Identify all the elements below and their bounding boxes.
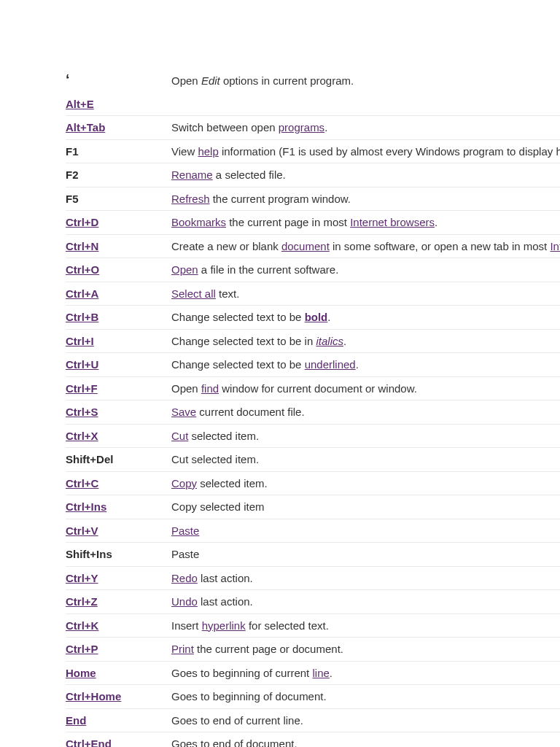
- shortcut-key: Shift+Ins: [66, 543, 171, 567]
- inline-link[interactable]: hyperlink: [202, 619, 246, 632]
- shortcut-link[interactable]: Ctrl+B: [66, 311, 98, 323]
- shortcut-link[interactable]: End: [66, 714, 86, 727]
- table-row: Ctrl+DBookmarks the current page in most…: [66, 211, 560, 235]
- shortcut-key: Ctrl+K: [66, 614, 171, 638]
- table-row: Ctrl+YRedo last action.: [66, 566, 560, 590]
- shortcut-link[interactable]: Ctrl+S: [66, 406, 98, 418]
- inline-link[interactable]: Cut: [171, 430, 188, 442]
- shortcut-link[interactable]: Ctrl+Z: [66, 595, 98, 608]
- inline-link[interactable]: Redo: [171, 572, 198, 584]
- description-cell: Goes to end of current line.: [171, 708, 560, 732]
- inline-link[interactable]: programs: [279, 121, 324, 133]
- shortcut-link[interactable]: Ctrl+A: [66, 287, 98, 300]
- description-cell: Goes to beginning of document.: [171, 685, 560, 709]
- description-cell: Paste: [171, 519, 560, 543]
- inline-link[interactable]: document: [281, 240, 330, 252]
- inline-link[interactable]: find: [201, 382, 219, 395]
- table-row: Shift+InsPaste: [66, 543, 560, 567]
- shortcut-key: Home: [66, 661, 171, 685]
- table-row: Ctrl+SSave current document file.: [66, 400, 560, 425]
- inline-link[interactable]: Copy: [171, 477, 197, 489]
- shortcut-link[interactable]: Ctrl+D: [66, 216, 98, 228]
- description-cell: Change selected text to be bold.: [171, 306, 560, 330]
- shortcut-link[interactable]: Ctrl+X: [66, 430, 98, 442]
- shortcut-link[interactable]: Home: [66, 667, 96, 679]
- shortcut-link[interactable]: Ctrl+N: [66, 240, 98, 252]
- inline-link[interactable]: underlined: [305, 358, 356, 371]
- shortcut-key: Ctrl+V: [66, 519, 171, 543]
- shortcut-key: Ctrl+O: [66, 258, 171, 282]
- shortcut-key: Shift+Del: [66, 448, 171, 472]
- inline-link[interactable]: italics: [316, 335, 343, 347]
- table-row: F1View help information (F1 is used by a…: [66, 139, 560, 163]
- inline-link[interactable]: Bookmarks: [171, 216, 226, 228]
- table-row: Ctrl+IChange selected text to be in ital…: [66, 329, 560, 353]
- table-row: Ctrl+ASelect all text.: [66, 282, 560, 306]
- shortcut-key: Alt+E: [66, 93, 171, 116]
- shortcut-link[interactable]: Ctrl+Y: [66, 572, 98, 584]
- table-row: Ctrl+PPrint the current page or document…: [66, 638, 560, 662]
- table-row: HomeGoes to beginning of current line.: [66, 661, 560, 685]
- shortcut-link[interactable]: Ctrl+I: [66, 335, 94, 347]
- inline-link[interactable]: help: [198, 145, 218, 158]
- table-row: Alt+E: [66, 93, 560, 116]
- description-cell: Rename a selected file.: [171, 163, 560, 187]
- shortcut-key: Alt+Tab: [66, 116, 171, 140]
- inline-link[interactable]: Print: [171, 643, 194, 655]
- description-cell: Redo last action.: [171, 566, 560, 590]
- description-cell: Copy selected item: [171, 495, 560, 519]
- inline-link[interactable]: line: [312, 667, 329, 679]
- shortcut-link[interactable]: Ctrl+V: [66, 525, 98, 537]
- shortcut-key: F1: [66, 139, 171, 163]
- shortcut-link[interactable]: Ctrl+O: [66, 263, 99, 276]
- description-cell: Create a new or blank document in some s…: [171, 234, 560, 258]
- table-row: F2Rename a selected file.: [66, 163, 560, 187]
- description-cell: Goes to beginning of current line.: [171, 661, 560, 685]
- table-row: Ctrl+KInsert hyperlink for selected text…: [66, 614, 560, 638]
- table-row: Ctrl+XCut selected item.: [66, 424, 560, 448]
- shortcut-link[interactable]: Ctrl+Ins: [66, 500, 106, 513]
- shortcut-key: Ctrl+Home: [66, 685, 171, 709]
- shortcut-link[interactable]: Ctrl+U: [66, 358, 98, 371]
- shortcut-link[interactable]: Ctrl+End: [66, 738, 112, 747]
- inline-link[interactable]: Undo: [171, 595, 198, 608]
- shortcut-key: Ctrl+B: [66, 306, 171, 330]
- shortcut-link[interactable]: Alt+E: [66, 98, 94, 110]
- table-row: EndGoes to end of current line.: [66, 708, 560, 732]
- inline-link[interactable]: Select all: [171, 287, 216, 300]
- shortcut-link[interactable]: Alt+Tab: [66, 121, 105, 133]
- shortcut-key: Ctrl+Ins: [66, 495, 171, 519]
- shortcut-key: Ctrl+X: [66, 424, 171, 448]
- inline-link[interactable]: Paste: [171, 525, 199, 537]
- shortcut-link[interactable]: Ctrl+F: [66, 382, 98, 395]
- table-row: Ctrl+EndGoes to end of document.: [66, 732, 560, 748]
- table-row: Ctrl+OOpen a file in the current softwar…: [66, 258, 560, 282]
- inline-link[interactable]: Open: [171, 263, 198, 276]
- shortcut-link[interactable]: Ctrl+P: [66, 643, 98, 655]
- inline-link[interactable]: bold: [305, 311, 328, 323]
- apostrophe-cell: ‘: [66, 69, 171, 93]
- inline-link[interactable]: Rename: [171, 169, 213, 181]
- shortcut-key: Ctrl+Y: [66, 566, 171, 590]
- description-cell: Bookmarks the current page in most Inter…: [171, 211, 560, 235]
- table-row: Ctrl+VPaste: [66, 519, 560, 543]
- description-cell: Insert hyperlink for selected text.: [171, 614, 560, 638]
- apostrophe-mark: ‘: [66, 71, 70, 88]
- description-cell: Refresh the current program window.: [171, 187, 560, 211]
- description-cell: Select all text.: [171, 282, 560, 306]
- inline-link[interactable]: Internet browsers: [550, 240, 560, 252]
- table-row: ‘ Open Edit options in current program.: [66, 69, 560, 93]
- shortcut-key: Ctrl+Z: [66, 590, 171, 614]
- table-row: Ctrl+UChange selected text to be underli…: [66, 353, 560, 377]
- shortcut-link[interactable]: Ctrl+Home: [66, 690, 121, 703]
- inline-link[interactable]: Save: [171, 406, 196, 418]
- table-row: Ctrl+ZUndo last action.: [66, 590, 560, 614]
- shortcut-key: Ctrl+A: [66, 282, 171, 306]
- shortcut-link[interactable]: Ctrl+K: [66, 619, 98, 632]
- table-row: Shift+DelCut selected item.: [66, 448, 560, 472]
- inline-link[interactable]: Refresh: [171, 193, 210, 205]
- inline-link[interactable]: Internet browsers: [350, 216, 435, 228]
- shortcut-key: Ctrl+N: [66, 234, 171, 258]
- shortcut-link[interactable]: Ctrl+C: [66, 477, 98, 489]
- table-row: Ctrl+HomeGoes to beginning of document.: [66, 685, 560, 709]
